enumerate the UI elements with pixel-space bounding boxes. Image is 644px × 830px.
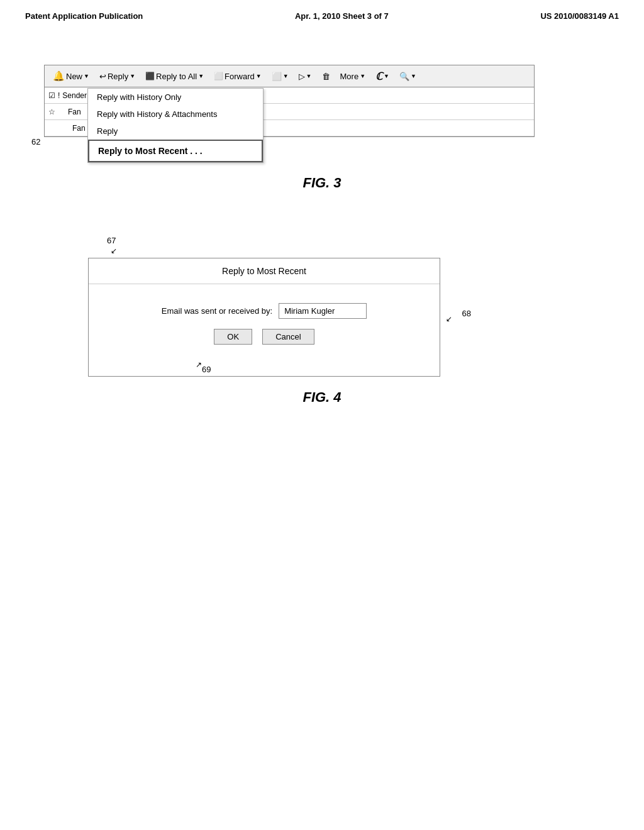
search-button[interactable]: 🔍 ▼: [395, 70, 421, 83]
copy-icon: ⬜: [272, 72, 282, 81]
label-67: 67: [107, 236, 116, 245]
reply-to-all-button[interactable]: ⬛ Reply to All ▼: [141, 70, 208, 83]
reply-item[interactable]: Reply: [88, 123, 263, 140]
reply-icon: ↩: [99, 72, 106, 81]
page-content: 66 ↙ 🔔 New ▼ ↩ Reply ▼: [0, 27, 644, 418]
copy-button[interactable]: ⬜ ▼: [267, 70, 293, 83]
reply-button[interactable]: ↩ Reply ▼: [95, 70, 140, 83]
fig3-wrapper: 66 ↙ 🔔 New ▼ ↩ Reply ▼: [25, 65, 619, 169]
dialog-body: Email was sent or received by: OK Cancel: [89, 284, 440, 363]
flag-icon-1: !: [58, 91, 60, 100]
flag-dropdown-arrow: ▼: [306, 73, 312, 79]
toolbar: 🔔 New ▼ ↩ Reply ▼ ⬛ Reply to All ▼: [44, 65, 535, 87]
reply-label: Reply: [108, 72, 128, 81]
reply-history-only-item[interactable]: Reply with History Only: [88, 89, 263, 106]
forward-label: Forward: [225, 72, 255, 81]
forward-icon: ⬜: [214, 72, 223, 80]
more-dropdown-arrow: ▼: [360, 73, 365, 79]
reply-to-all-dropdown-arrow: ▼: [198, 73, 204, 79]
cc-button[interactable]: ℂ ▼: [371, 69, 394, 84]
new-dropdown-arrow: ▼: [84, 73, 89, 79]
dialog-box: 68 ↗ Reply to Most Recent Email was sent…: [88, 258, 440, 377]
patent-center: Apr. 1, 2010 Sheet 3 of 7: [295, 11, 389, 21]
fig4-section: 67 ↙ 68 ↗ Reply to Most Recent Email was…: [25, 235, 619, 406]
label-62: 62: [31, 137, 40, 147]
cancel-button[interactable]: Cancel: [262, 329, 314, 345]
more-label: More: [340, 72, 359, 81]
patent-header: Patent Application Publication Apr. 1, 2…: [0, 0, 644, 27]
cc-dropdown-arrow: ▼: [384, 73, 389, 79]
more-button[interactable]: More ▼: [336, 70, 370, 83]
search-dropdown-arrow: ▼: [411, 73, 416, 79]
ok-button[interactable]: OK: [214, 329, 252, 345]
patent-left: Patent Application Publication: [25, 11, 143, 21]
forward-dropdown-arrow: ▼: [256, 73, 262, 79]
reply-most-recent-item[interactable]: Reply to Most Recent . . .: [88, 140, 263, 162]
arrow-67: ↙: [111, 246, 117, 255]
reply-history-attachments-item[interactable]: Reply with History & Attachments: [88, 106, 263, 123]
new-button[interactable]: 🔔 New ▼: [48, 69, 94, 84]
dialog-field-label: Email was sent or received by:: [162, 306, 272, 316]
dialog-buttons: OK Cancel: [214, 329, 314, 345]
copy-dropdown-arrow: ▼: [283, 73, 289, 79]
reply-dropdown-arrow: ▼: [130, 73, 135, 79]
arrow-69: ↗: [196, 360, 202, 369]
bell-icon: 🔔: [53, 70, 65, 82]
arrow-68: ↗: [446, 315, 452, 324]
fig4-label: FIG. 4: [25, 389, 619, 406]
dialog-title: Reply to Most Recent: [89, 258, 440, 284]
reply-dropdown-menu: Reply with History Only Reply with Histo…: [87, 88, 264, 163]
search-icon: 🔍: [399, 72, 409, 81]
label-68: 68: [462, 309, 471, 318]
flag-button[interactable]: ▷ ▼: [294, 70, 316, 83]
new-label: New: [66, 72, 82, 81]
reply-all-icon: ⬛: [145, 72, 155, 80]
reply-to-all-label: Reply to All: [156, 72, 197, 81]
dialog-row: Email was sent or received by:: [162, 303, 367, 319]
star-icon-2: ☆: [48, 108, 55, 116]
forward-button[interactable]: ⬜ Forward ▼: [209, 70, 266, 83]
email-input[interactable]: [279, 303, 367, 319]
cc-icon: ℂ: [375, 70, 382, 82]
delete-icon: 🗑: [322, 72, 330, 81]
patent-right: US 2010/0083149 A1: [540, 11, 619, 21]
delete-button[interactable]: 🗑: [318, 70, 335, 83]
fig3-section: 66 ↙ 🔔 New ▼ ↩ Reply ▼: [25, 65, 619, 191]
label-69: 69: [202, 365, 211, 374]
fig3-label: FIG. 3: [25, 175, 619, 191]
checkbox-icon-1: ☑: [48, 91, 55, 100]
flag-icon: ▷: [299, 72, 305, 81]
